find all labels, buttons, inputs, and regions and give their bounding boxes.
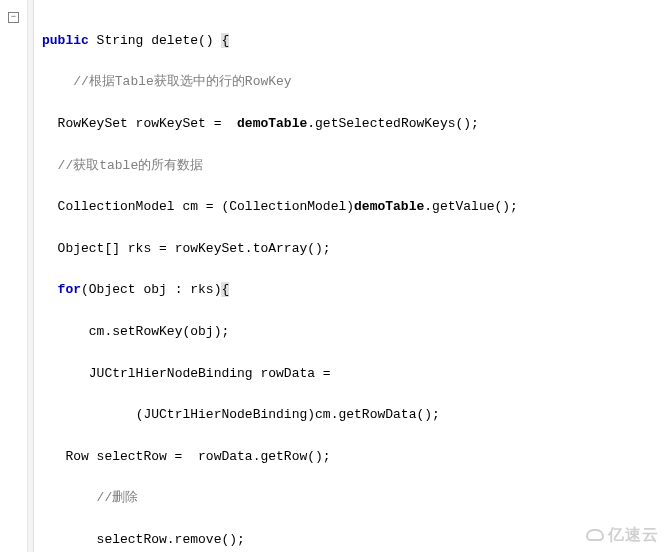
fold-toggle-icon[interactable]: − [8,12,19,23]
code-line: for(Object obj : rks){ [42,280,667,301]
code-line: //根据Table获取选中的行的RowKey [42,72,667,93]
code-line: JUCtrlHierNodeBinding rowData = [42,364,667,385]
code-editor: − public String delete() { //根据Table获取选中… [0,0,667,552]
comment: //获取table的所有数据 [58,158,204,173]
code-line: RowKeySet rowKeySet = demoTable.getSelec… [42,114,667,135]
code-text: .getSelectedRowKeys(); [307,116,479,131]
code-line: (JUCtrlHierNodeBinding)cm.getRowData(); [42,405,667,426]
brace-highlight: { [221,33,229,48]
code-text: RowKeySet rowKeySet = [58,116,230,131]
gutter: − [0,0,28,552]
code-text: (Object obj : rks) [81,282,221,297]
code-bold: demoTable [229,116,307,131]
code-line: CollectionModel cm = (CollectionModel)de… [42,197,667,218]
code-text: String delete() [89,33,222,48]
code-text: .getValue(); [424,199,518,214]
code-text: Object[] rks = rowKeySet.toArray(); [58,241,331,256]
code-text: selectRow.remove(); [97,532,245,547]
keyword: for [58,282,81,297]
code-area[interactable]: public String delete() { //根据Table获取选中的行… [34,0,667,552]
code-text: Row selectRow = rowData.getRow(); [65,449,330,464]
code-text: (JUCtrlHierNodeBinding)cm.getRowData(); [136,407,440,422]
code-line: Object[] rks = rowKeySet.toArray(); [42,239,667,260]
code-line: Row selectRow = rowData.getRow(); [42,447,667,468]
code-bold: demoTable [354,199,424,214]
code-line: //获取table的所有数据 [42,156,667,177]
code-line: cm.setRowKey(obj); [42,322,667,343]
code-line: public String delete() { [42,31,667,52]
comment: //删除 [97,490,139,505]
code-text: JUCtrlHierNodeBinding rowData = [89,366,331,381]
code-line: //删除 [42,488,667,509]
brace-highlight: { [221,282,229,297]
comment: //根据Table获取选中的行的RowKey [73,74,291,89]
keyword: public [42,33,89,48]
code-line: selectRow.remove(); [42,530,667,551]
code-text: CollectionModel cm = (CollectionModel) [58,199,354,214]
code-text: cm.setRowKey(obj); [89,324,229,339]
